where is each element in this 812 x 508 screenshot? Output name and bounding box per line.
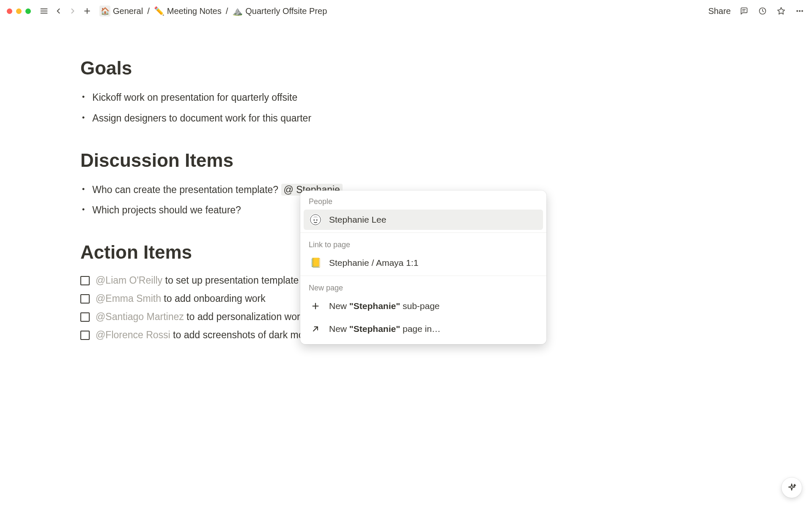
maximize-window-button[interactable] (25, 8, 31, 14)
popup-section-link: Link to page (300, 234, 546, 253)
window-controls (7, 8, 31, 14)
todo-text: to set up presentation template (162, 275, 299, 286)
popup-new-subpage[interactable]: New "Stephanie" sub-page (304, 296, 543, 316)
svg-point-12 (310, 215, 321, 225)
popup-new-page-in[interactable]: New "Stephanie" page in… (304, 319, 543, 339)
heading-discussion: Discussion Items (80, 150, 427, 171)
bullet-item[interactable]: Kickoff work on presentation for quarter… (82, 87, 427, 108)
arrow-out-icon (310, 323, 321, 335)
popup-section-people: People (300, 190, 546, 210)
hamburger-menu-icon[interactable] (38, 6, 49, 17)
breadcrumb-label: Quarterly Offsite Prep (245, 6, 327, 16)
comments-icon[interactable] (738, 6, 749, 17)
pencil-icon: ✏️ (154, 6, 165, 16)
mention-assignee[interactable]: @Liam O'Reilly (96, 275, 162, 286)
popup-person-name: Stephanie Lee (329, 215, 386, 225)
svg-marker-8 (778, 8, 785, 14)
svg-point-10 (799, 10, 800, 11)
bullet-text: Which projects should we feature? (92, 202, 241, 218)
breadcrumb-item-meeting-notes[interactable]: ✏️ Meeting Notes (152, 5, 223, 17)
mention-assignee[interactable]: @Emma Smith (96, 293, 161, 304)
todo-text: to add screenshots of dark mode (170, 329, 315, 340)
checkbox-icon[interactable] (80, 312, 90, 322)
popup-link-item[interactable]: 📒 Stephanie / Amaya 1:1 (304, 253, 543, 273)
mention-popup: People Stephanie Lee Link to page 📒 Step… (300, 190, 546, 344)
close-window-button[interactable] (7, 8, 12, 14)
checkbox-icon[interactable] (80, 276, 90, 285)
checkbox-icon[interactable] (80, 294, 90, 304)
toolbar: 🏠 General / ✏️ Meeting Notes / ⛰️ Quarte… (0, 0, 812, 22)
svg-line-17 (313, 327, 318, 331)
breadcrumb-item-quarterly-offsite[interactable]: ⛰️ Quarterly Offsite Prep (230, 5, 329, 17)
mountain-icon: ⛰️ (232, 6, 243, 16)
heading-goals: Goals (80, 58, 427, 79)
popup-section-newpage: New page (300, 277, 546, 296)
svg-point-13 (313, 220, 315, 221)
bullet-item[interactable]: Assign designers to document work for th… (82, 108, 427, 129)
popup-new-page-in-label: New "Stephanie" page in… (329, 324, 441, 334)
share-button[interactable]: Share (708, 6, 731, 16)
todo-text: to add personalization work (184, 311, 305, 322)
bullet-text: Kickoff work on presentation for quarter… (92, 90, 297, 105)
popup-person-item[interactable]: Stephanie Lee (304, 210, 543, 230)
svg-point-9 (797, 10, 798, 11)
svg-point-14 (316, 220, 318, 221)
breadcrumb-item-general[interactable]: 🏠 General (98, 5, 145, 17)
mention-assignee[interactable]: @Santiago Martinez (96, 311, 184, 322)
favorite-icon[interactable] (776, 6, 787, 17)
breadcrumb-label: Meeting Notes (167, 6, 222, 16)
breadcrumb-separator: / (226, 6, 228, 16)
avatar-icon (310, 214, 321, 226)
nav-back-icon[interactable] (53, 6, 64, 17)
plus-icon (310, 300, 321, 312)
more-menu-icon[interactable] (794, 6, 805, 17)
svg-point-11 (801, 10, 803, 11)
popup-divider (300, 276, 546, 276)
notebook-icon: 📒 (310, 257, 321, 269)
nav-forward-icon[interactable] (67, 6, 78, 17)
breadcrumb-separator: / (147, 6, 150, 16)
history-icon[interactable] (757, 6, 768, 17)
minimize-window-button[interactable] (16, 8, 22, 14)
home-icon: 🏠 (99, 6, 110, 17)
bullet-text: Who can create the presentation template… (92, 184, 278, 195)
new-tab-icon[interactable] (82, 6, 93, 17)
mention-assignee[interactable]: @Florence Rossi (96, 329, 170, 340)
ai-assistant-button[interactable] (782, 478, 802, 498)
breadcrumb-label: General (113, 6, 143, 16)
todo-text: to add onboarding work (161, 293, 266, 304)
popup-divider (300, 232, 546, 233)
checkbox-icon[interactable] (80, 331, 90, 340)
bullet-text: Assign designers to document work for th… (92, 110, 311, 126)
breadcrumb: 🏠 General / ✏️ Meeting Notes / ⛰️ Quarte… (98, 5, 329, 17)
popup-link-label: Stephanie / Amaya 1:1 (329, 258, 418, 268)
popup-new-subpage-label: New "Stephanie" sub-page (329, 301, 440, 311)
